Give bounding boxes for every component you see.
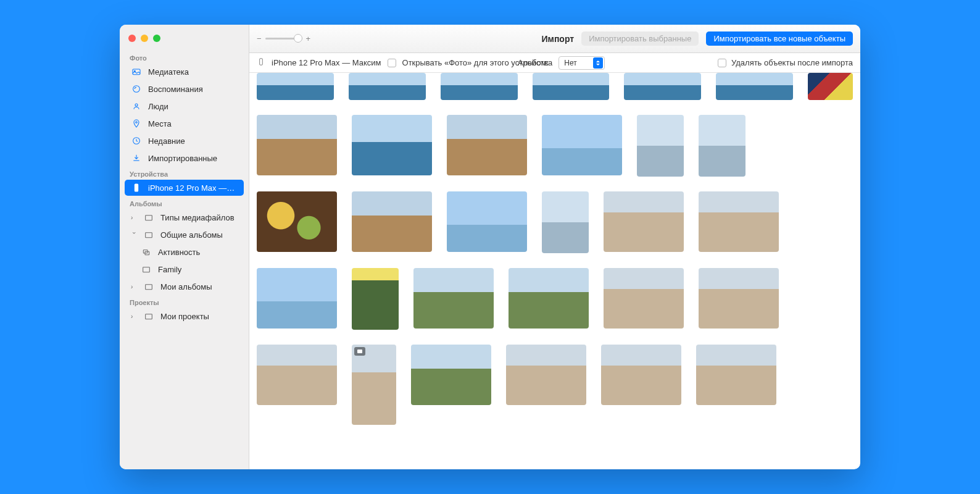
svg-rect-13 <box>146 285 152 290</box>
photo-thumbnail[interactable] <box>542 191 589 253</box>
photo-thumbnail[interactable] <box>413 268 494 329</box>
photo-thumbnail[interactable] <box>447 191 527 252</box>
photo-thumbnail[interactable] <box>352 191 432 252</box>
zoom-out-icon[interactable]: − <box>257 34 262 43</box>
import-icon <box>131 153 142 164</box>
photo-thumbnail[interactable] <box>716 73 793 100</box>
phone-icon <box>131 182 142 193</box>
toolbar: − + Импорт Импортировать выбранные Импор… <box>249 25 860 53</box>
section-photo: Фото <box>120 51 249 63</box>
sidebar-item-my-projects[interactable]: › Мои проекты <box>125 308 244 324</box>
photo-thumbnail[interactable] <box>257 345 337 405</box>
photo-thumbnail[interactable] <box>411 345 491 405</box>
photo-grid[interactable] <box>249 73 860 469</box>
photo-thumbnail[interactable] <box>352 345 396 425</box>
photo-thumbnail[interactable] <box>506 345 586 405</box>
photo-thumbnail[interactable] <box>533 73 610 100</box>
photo-thumbnail[interactable] <box>699 268 779 329</box>
import-subbar: iPhone 12 Pro Max — Максим Открывать «Фо… <box>249 53 860 73</box>
sidebar-item-shared-albums[interactable]: › Общие альбомы <box>125 227 244 243</box>
photo-thumbnail[interactable] <box>352 268 399 330</box>
photo-thumbnail[interactable] <box>637 115 684 177</box>
video-icon <box>354 347 365 356</box>
photo-thumbnail[interactable] <box>257 268 337 329</box>
label: Общие альбомы <box>160 230 223 240</box>
chevron-right-icon[interactable]: › <box>131 313 137 320</box>
svg-rect-12 <box>143 267 150 272</box>
photo-thumbnail[interactable] <box>441 73 518 100</box>
sidebar-item-memories[interactable]: Воспоминания <box>125 81 244 97</box>
photo-thumbnail[interactable] <box>696 345 776 405</box>
slider-knob[interactable] <box>294 34 302 43</box>
svg-point-3 <box>135 104 138 106</box>
label: Мои проекты <box>160 312 209 321</box>
slider-track[interactable] <box>265 38 302 40</box>
sidebar-item-my-albums[interactable]: › Мои альбомы <box>125 278 244 295</box>
sidebar: Фото Медиатека Воспоминания Люди Места Н… <box>120 25 249 469</box>
photo-thumbnail[interactable] <box>257 191 337 252</box>
delete-after-checkbox[interactable] <box>718 59 726 67</box>
grid-row <box>257 345 853 425</box>
photo-thumbnail[interactable] <box>601 345 681 405</box>
svg-point-2 <box>133 86 140 93</box>
folder-icon <box>143 229 154 240</box>
photo-thumbnail[interactable] <box>509 268 589 329</box>
sidebar-item-library[interactable]: Медиатека <box>125 64 244 80</box>
app-window: Фото Медиатека Воспоминания Люди Места Н… <box>120 25 860 469</box>
grid-row <box>257 115 853 177</box>
chevron-down-icon[interactable]: › <box>131 232 138 238</box>
open-photos-checkbox[interactable] <box>388 59 396 67</box>
close-button[interactable] <box>128 35 136 42</box>
sidebar-item-family[interactable]: Family <box>125 261 244 277</box>
svg-rect-15 <box>260 59 263 65</box>
chevron-right-icon[interactable]: › <box>131 283 137 290</box>
label: Недавние <box>148 136 185 146</box>
grid-row <box>257 191 853 253</box>
photo-thumbnail[interactable] <box>699 115 745 177</box>
minimize-button[interactable] <box>141 35 148 42</box>
photo-thumbnail[interactable] <box>604 268 684 329</box>
photo-thumbnail[interactable] <box>624 73 701 100</box>
library-icon <box>131 66 142 77</box>
device-name: iPhone 12 Pro Max — Максим <box>272 58 381 67</box>
label: Воспоминания <box>148 85 203 94</box>
photo-thumbnail[interactable] <box>257 73 334 100</box>
photo-thumbnail[interactable] <box>808 73 853 100</box>
photo-thumbnail[interactable] <box>257 115 337 175</box>
zoom-slider[interactable]: − + <box>257 34 310 43</box>
sidebar-item-recent[interactable]: Недавние <box>125 133 244 149</box>
photo-thumbnail[interactable] <box>699 191 779 252</box>
svg-point-4 <box>136 122 138 124</box>
svg-rect-0 <box>133 69 140 75</box>
photo-thumbnail[interactable] <box>604 191 684 252</box>
import-all-new-button[interactable]: Импортировать все новые объекты <box>706 31 853 46</box>
grid-row <box>257 73 853 100</box>
photo-thumbnail[interactable] <box>352 115 432 175</box>
album-select[interactable]: Нет <box>559 56 604 70</box>
maximize-button[interactable] <box>153 35 160 42</box>
label: Места <box>148 119 172 128</box>
select-arrows-icon <box>593 57 603 69</box>
photo-thumbnail[interactable] <box>542 115 622 175</box>
phone-icon <box>257 57 265 68</box>
photo-thumbnail[interactable] <box>349 73 426 100</box>
section-projects: Проекты <box>120 295 249 308</box>
label: Family <box>158 265 181 274</box>
sidebar-item-places[interactable]: Места <box>125 115 244 132</box>
delete-after-label: Удалять объекты после импорта <box>731 58 853 67</box>
photo-thumbnail[interactable] <box>447 115 527 175</box>
activity-icon <box>141 246 152 257</box>
album-icon <box>141 264 152 275</box>
places-icon <box>131 118 142 129</box>
import-selected-button[interactable]: Импортировать выбранные <box>581 31 699 46</box>
chevron-right-icon[interactable]: › <box>131 214 137 221</box>
sidebar-item-media-types[interactable]: › Типы медиафайлов <box>125 209 244 225</box>
label: iPhone 12 Pro Max —… <box>148 183 235 193</box>
sidebar-item-imported[interactable]: Импортированные <box>125 150 244 166</box>
folder-icon <box>143 311 154 322</box>
zoom-in-icon[interactable]: + <box>306 34 311 43</box>
sidebar-item-activity[interactable]: Активность <box>125 244 244 260</box>
sidebar-item-people[interactable]: Люди <box>125 98 244 114</box>
sidebar-item-device[interactable]: iPhone 12 Pro Max —… <box>125 180 244 196</box>
folder-icon <box>143 212 154 223</box>
